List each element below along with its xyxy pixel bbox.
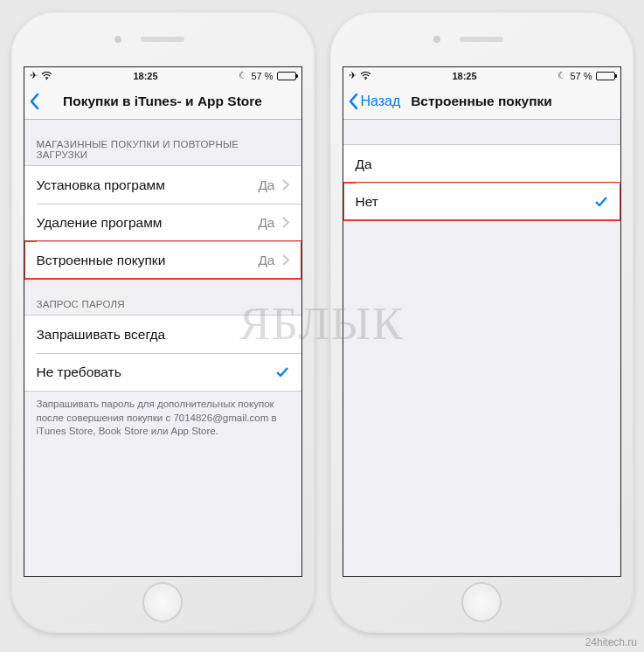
wifi-icon <box>41 72 52 80</box>
credit: 24hitech.ru <box>585 636 637 649</box>
option-no[interactable]: Нет <box>343 183 620 220</box>
svg-point-1 <box>364 79 366 80</box>
screen: ✈︎ 18:25 ☾ 57 % Назад Встроенные покупки <box>343 66 621 577</box>
airplane-icon: ✈︎ <box>30 70 38 81</box>
chevron-right-icon <box>282 217 289 228</box>
battery-icon <box>596 72 615 80</box>
home-button[interactable] <box>142 582 183 622</box>
battery-icon <box>277 72 296 80</box>
phone-left: ✈︎ 18:25 ☾ 57 % Покупки в iTunes- и App … <box>11 12 315 633</box>
status-bar: ✈︎ 18:25 ☾ 57 % <box>24 67 301 84</box>
back-label: Назад <box>361 94 401 109</box>
status-time: 18:25 <box>452 71 476 81</box>
chevron-right-icon <box>282 179 289 191</box>
option-yes[interactable]: Да <box>343 145 620 183</box>
battery-pct: 57 % <box>570 71 592 81</box>
phone-right: ✈︎ 18:25 ☾ 57 % Назад Встроенные покупки <box>330 12 634 633</box>
row-label: Запрашивать всегда <box>37 327 166 343</box>
back-button[interactable]: Назад <box>343 93 401 110</box>
row-in-app-purchases[interactable]: Встроенные покупки Да <box>24 241 301 279</box>
moon-icon: ☾ <box>239 70 247 81</box>
row-label: Нет <box>356 194 378 210</box>
row-label: Установка программ <box>37 177 165 193</box>
cell-group-options: Да Нет <box>343 144 620 221</box>
cell-group-store: Установка программ Да Удаление программ … <box>24 165 301 280</box>
row-value: Да <box>258 177 274 193</box>
row-label: Удаление программ <box>37 215 163 231</box>
screen: ✈︎ 18:25 ☾ 57 % Покупки в iTunes- и App … <box>24 66 302 577</box>
row-dont-require[interactable]: Не требовать <box>24 353 301 391</box>
home-button[interactable] <box>461 582 502 622</box>
nav-bar: Назад Встроенные покупки <box>343 84 620 120</box>
wifi-icon <box>360 72 371 80</box>
row-delete-apps[interactable]: Удаление программ Да <box>24 204 301 241</box>
svg-point-0 <box>45 79 47 80</box>
content[interactable]: МАГАЗИННЫЕ ПОКУПКИ И ПОВТОРНЫЕ ЗАГРУЗКИ … <box>24 120 301 576</box>
moon-icon: ☾ <box>557 70 566 81</box>
section-header-password: ЗАПРОС ПАРОЛЯ <box>24 280 301 315</box>
nav-bar: Покупки в iTunes- и App Store <box>24 84 301 120</box>
page-title: Покупки в iTunes- и App Store <box>24 94 301 109</box>
section-footer: Запрашивать пароль для дополнительных по… <box>24 392 301 439</box>
cell-group-password: Запрашивать всегда Не требовать <box>24 315 301 392</box>
check-icon <box>594 196 608 208</box>
check-icon <box>275 366 289 378</box>
row-label: Не требовать <box>37 364 121 380</box>
status-time: 18:25 <box>133 71 157 81</box>
row-label: Да <box>356 156 372 172</box>
status-bar: ✈︎ 18:25 ☾ 57 % <box>343 67 620 84</box>
row-label: Встроенные покупки <box>37 253 166 268</box>
row-always-require[interactable]: Запрашивать всегда <box>24 316 301 353</box>
chevron-left-icon <box>29 93 40 110</box>
section-header-store: МАГАЗИННЫЕ ПОКУПКИ И ПОВТОРНЫЕ ЗАГРУЗКИ <box>24 120 301 165</box>
battery-pct: 57 % <box>251 71 273 81</box>
chevron-left-icon <box>348 93 359 110</box>
row-value: Да <box>258 253 274 268</box>
content[interactable]: Да Нет <box>343 120 620 576</box>
chevron-right-icon <box>282 254 289 266</box>
row-value: Да <box>258 215 274 231</box>
row-install-apps[interactable]: Установка программ Да <box>24 166 301 204</box>
airplane-icon: ✈︎ <box>349 70 357 81</box>
back-button[interactable] <box>24 93 40 110</box>
